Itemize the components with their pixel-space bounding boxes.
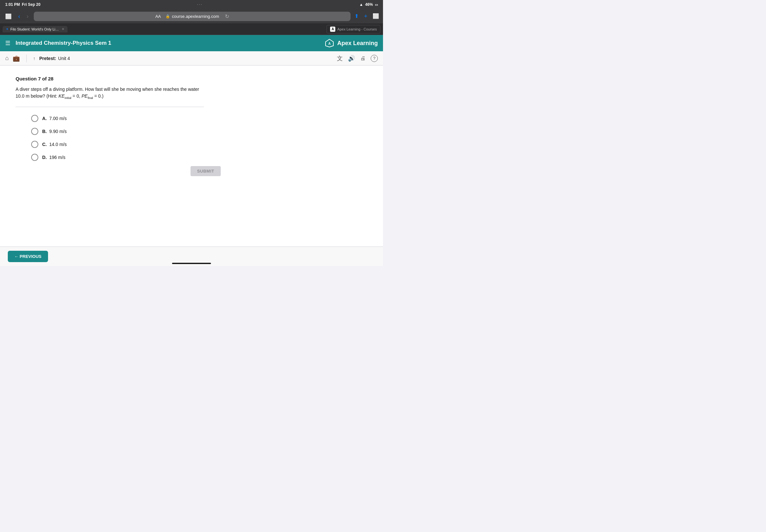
option-c-label: C. 14.0 m/s xyxy=(42,142,67,147)
radio-d[interactable] xyxy=(31,154,38,161)
radio-c[interactable] xyxy=(31,141,38,148)
pe-sub: final xyxy=(88,96,93,100)
toolbar: ⌂ 💼 ↑ Pretest: Unit 4 文 🔊 🖨 ? xyxy=(0,51,383,66)
tabs-button[interactable]: ⬜ xyxy=(372,13,379,20)
toolbar-left: ⌂ 💼 ↑ Pretest: Unit 4 xyxy=(5,54,70,62)
apex-logo: A Apex Learning xyxy=(324,38,378,48)
font-size-label: AA xyxy=(155,14,161,19)
ke-sub: initial xyxy=(65,96,71,100)
refresh-button[interactable]: ↻ xyxy=(225,13,229,19)
tab-apex[interactable]: A Apex Learning - Courses xyxy=(326,25,380,33)
radio-b[interactable] xyxy=(31,128,38,135)
wifi-icon: ▲ xyxy=(359,2,363,7)
battery-icon: ▭ xyxy=(375,3,378,6)
time-display: 1:01 PM xyxy=(5,2,20,7)
help-icon[interactable]: ? xyxy=(371,55,378,62)
tab-filo-close[interactable]: ✕ xyxy=(62,27,64,31)
forward-button[interactable]: › xyxy=(25,13,30,20)
question-text: A diver steps off a diving platform. How… xyxy=(16,86,204,100)
print-icon[interactable]: 🖨 xyxy=(360,55,365,61)
sidebar-toggle-button[interactable]: ⬜ xyxy=(4,13,13,19)
pretest-text: Pretest: xyxy=(39,56,56,61)
apex-logo-text: Apex Learning xyxy=(337,40,378,47)
previous-button[interactable]: ← PREVIOUS xyxy=(8,251,48,262)
tab-apex-label: Apex Learning - Courses xyxy=(337,27,377,31)
lock-icon: 🔒 xyxy=(165,14,170,18)
battery-display: 46% xyxy=(365,2,373,7)
status-right: ▲ 46% ▭ xyxy=(359,2,378,7)
browser-actions: ⬆ + ⬜ xyxy=(354,13,379,20)
option-a-label: A. 7.00 m/s xyxy=(42,116,67,121)
audio-icon[interactable]: 🔊 xyxy=(348,55,355,62)
pretest-up-icon: ↑ xyxy=(33,56,35,61)
submit-button[interactable]: SUBMIT xyxy=(190,166,221,176)
main-content: Question 7 of 28 A diver steps off a div… xyxy=(0,66,383,258)
option-a-letter: A. xyxy=(42,116,47,121)
tab-filo[interactable]: ✦ Filo Student: World's Only Live Instan… xyxy=(3,26,67,32)
tab-bar: ✦ Filo Student: World's Only Live Instan… xyxy=(0,23,383,35)
apex-tab-favicon: A xyxy=(330,27,335,32)
radio-a[interactable] xyxy=(31,115,38,122)
apex-logo-icon: A xyxy=(324,38,334,48)
status-left: 1:01 PM Fri Sep 20 xyxy=(5,2,41,7)
question-divider xyxy=(16,107,204,107)
date-display: Fri Sep 20 xyxy=(22,2,40,7)
pretest-label: Pretest: Unit 4 xyxy=(39,56,70,61)
home-button[interactable]: ⌂ xyxy=(5,55,9,62)
option-a[interactable]: A. 7.00 m/s xyxy=(31,115,367,122)
translate-icon[interactable]: 文 xyxy=(337,54,343,62)
url-display: course.apexlearning.com xyxy=(172,14,219,19)
pretest-unit: Unit 4 xyxy=(58,56,70,61)
options-list: A. 7.00 m/s B. 9.90 m/s C. 14.0 m/s D. 1… xyxy=(16,115,367,161)
option-d-letter: D. xyxy=(42,155,47,160)
back-button[interactable]: ‹ xyxy=(17,13,21,20)
new-tab-button[interactable]: + xyxy=(364,13,367,20)
bottom-bar: ← PREVIOUS xyxy=(0,247,383,266)
share-button[interactable]: ⬆ xyxy=(354,13,359,20)
status-bar: 1:01 PM Fri Sep 20 ··· ▲ 46% ▭ xyxy=(0,0,383,9)
filo-favicon: ✦ xyxy=(6,27,8,31)
toolbar-separator xyxy=(26,54,27,62)
submit-row: SUBMIT xyxy=(16,161,236,176)
tab-filo-label: Filo Student: World's Only Live Instant … xyxy=(10,27,60,31)
svg-text:A: A xyxy=(328,42,330,45)
option-b-label: B. 9.90 m/s xyxy=(42,129,67,134)
option-c[interactable]: C. 14.0 m/s xyxy=(31,141,367,148)
toolbar-right: 文 🔊 🖨 ? xyxy=(337,54,378,62)
browser-chrome: ⬜ ‹ › AA 🔒 course.apexlearning.com ↻ ⬆ +… xyxy=(0,9,383,23)
option-d-label: D. 196 m/s xyxy=(42,155,66,160)
option-d[interactable]: D. 196 m/s xyxy=(31,154,367,161)
course-title: Integrated Chemistry-Physics Sem 1 xyxy=(16,40,324,46)
hamburger-menu-button[interactable]: ☰ xyxy=(5,40,10,47)
option-b[interactable]: B. 9.90 m/s xyxy=(31,128,367,135)
question-number: Question 7 of 28 xyxy=(16,76,367,81)
three-dots: ··· xyxy=(197,3,202,6)
home-indicator xyxy=(172,263,211,264)
app-header: ☰ Integrated Chemistry-Physics Sem 1 A A… xyxy=(0,35,383,51)
option-b-letter: B. xyxy=(42,129,47,134)
address-bar[interactable]: AA 🔒 course.apexlearning.com ↻ xyxy=(34,12,350,21)
briefcase-icon[interactable]: 💼 xyxy=(13,55,20,62)
option-c-letter: C. xyxy=(42,142,47,147)
